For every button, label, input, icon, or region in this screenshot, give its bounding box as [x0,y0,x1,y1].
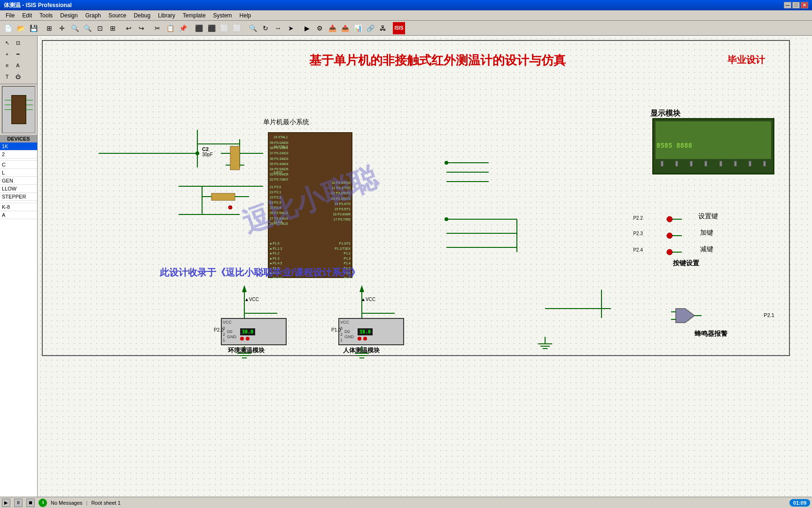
schematic-main-title: 基于单片机的非接触式红外测温计的设计与仿真 [309,52,566,69]
left-sidebar: ↖ ⊡ + ━ ≡ A T ⏻ [0,36,38,497]
set-key-label: 设置键 [698,212,718,221]
menu-graph[interactable]: Graph [81,11,104,20]
schematic-subtitle: 毕业设计 [727,54,765,66]
pcb-button[interactable]: 🖧 [377,22,389,34]
svg-rect-53 [211,193,235,200]
menu-help[interactable]: Help [236,11,255,20]
device-item-c[interactable]: C [0,161,37,169]
menu-library[interactable]: Library [154,11,179,20]
tools2-button[interactable]: ⚙ [313,22,326,34]
svg-point-57 [667,216,672,222]
cap-value: 30pF [202,152,213,157]
schematic[interactable]: 基于单片机的非接触式红外测温计的设计与仿真 毕业设计 显示模块 单片机最小系统 … [38,36,812,497]
p24-label: P2.4 [633,247,643,253]
align-right-button[interactable]: ⬛ [205,22,218,34]
device-item-k8[interactable]: K-8 [0,203,37,211]
add-key-label: 加键 [700,229,713,237]
play-button[interactable]: ▶ [2,499,10,507]
report-button[interactable]: 📊 [351,22,364,34]
svg-marker-29 [242,285,247,292]
zoom-in-button[interactable]: 🔍 [69,22,81,34]
p23-label: P2.3 [633,231,643,236]
env-p20-label: P2.0 [214,327,224,333]
human-temp-module: VCC 3 2 1 D0 GND 38.0 [338,318,404,345]
text-tool[interactable]: T [2,71,12,82]
pause-button[interactable]: ⏸ [14,499,23,507]
status-indicator: ℹ [39,499,47,507]
menu-tools[interactable]: Tools [36,11,56,20]
origin-button[interactable]: ✛ [56,22,68,34]
minimize-button[interactable]: — [784,2,791,8]
svg-point-47 [445,161,448,165]
env-module-label: 环境测温模块 [228,346,265,355]
import-button[interactable]: 📥 [326,22,338,34]
component-tool[interactable]: ⊡ [13,38,23,48]
menu-source[interactable]: Source [105,11,130,20]
human-temp-value: 38.0 [358,328,373,335]
redo-button[interactable]: ↪ [135,22,148,34]
grid-button[interactable]: ⊞ [43,22,55,34]
lcd-row2: 8585 8888 [656,141,771,150]
new-button[interactable]: 📄 [2,22,14,34]
junction-tool[interactable]: + [2,49,12,59]
isis-button[interactable]: ISIS [393,22,405,34]
power-tool[interactable]: ⏻ [13,71,23,82]
menu-template[interactable]: Template [179,11,210,20]
select-tool[interactable]: ↖ [2,38,12,48]
undo-button[interactable]: ↩ [123,22,135,34]
svg-marker-63 [676,309,695,323]
cut-button[interactable]: ✂ [151,22,164,34]
search-button[interactable]: 🔍 [247,22,259,34]
svg-point-45 [195,151,199,155]
menu-debug[interactable]: Debug [130,11,154,20]
align-left-button[interactable]: ⬛ [193,22,205,34]
device-item-l[interactable]: L [0,169,37,177]
menu-design[interactable]: Design [56,11,81,20]
group-button[interactable]: ⬜ [218,22,230,34]
paste-button[interactable]: 📌 [177,22,189,34]
mirror-button[interactable]: ↔ [272,22,284,34]
stop-button[interactable]: ⏹ [26,499,35,507]
menu-edit[interactable]: Edit [18,11,36,20]
device-item-2[interactable]: 2 [0,151,37,159]
copy-button[interactable]: 📋 [164,22,176,34]
zoom-out-button[interactable]: 🔍 [81,22,94,34]
device-item-stepper[interactable]: STEPPER [0,193,37,201]
devices-list[interactable]: 1K 2 C L GEN LLOW STEPPER K-8 A [0,143,37,497]
run-button[interactable]: ▶ [301,22,313,34]
label-tool[interactable]: A [13,60,23,71]
mcu-chip: 39 P0.0/AD0 38 P0.1/AD1 37 P0.2/AD2 36 P… [268,132,352,278]
wire-tool[interactable]: ━ [13,49,23,59]
env-temp-module: VCC 3 2 1 D0 GND 30.0 [221,318,287,345]
canvas-area[interactable]: 基于单片机的非接触式红外测温计的设计与仿真 毕业设计 显示模块 单片机最小系统 … [38,36,812,497]
netlist-button[interactable]: 🔗 [364,22,376,34]
mcu-label: 单片机最小系统 [263,118,309,127]
human-p10-label: P1.0 [331,327,341,333]
arrow-button[interactable]: ➤ [285,22,297,34]
ungroup-button[interactable]: ⬜ [231,22,243,34]
save-button[interactable]: 💾 [27,22,39,34]
zoom-fit-button[interactable]: ⊡ [94,22,106,34]
export-button[interactable]: 📤 [339,22,351,34]
zoom-area-button[interactable]: ⊞ [107,22,119,34]
menu-file[interactable]: File [2,11,18,20]
close-button[interactable]: ✕ [801,2,808,8]
maximize-button[interactable]: □ [792,2,800,8]
device-item-gen[interactable]: GEN [0,177,37,185]
menu-bar: File Edit Tools Design Graph Source Debu… [0,10,812,21]
crystal-symbol [221,139,249,178]
device-item-llow[interactable]: LLOW [0,185,37,193]
lcd-row1 [656,130,771,141]
svg-point-59 [667,233,672,238]
tool-icons: ↖ ⊡ + ━ ≡ A T ⏻ [0,36,37,84]
capacitor-c2: C2 30pF [202,146,213,157]
env-temp-value: 30.0 [240,328,255,335]
device-item-a[interactable]: A [0,211,37,219]
toolbar: 📄 📂 💾 ⊞ ✛ 🔍 🔍 ⊡ ⊞ ↩ ↪ ✂ 📋 📌 ⬛ ⬛ ⬜ ⬜ 🔍 ↻ … [0,21,812,36]
device-item-1k[interactable]: 1K [0,143,37,151]
menu-system[interactable]: System [210,11,236,20]
rotate-button[interactable]: ↻ [259,22,272,34]
open-button[interactable]: 📂 [15,22,27,34]
sub-key-button [666,249,685,255]
bus-tool[interactable]: ≡ [2,60,12,71]
